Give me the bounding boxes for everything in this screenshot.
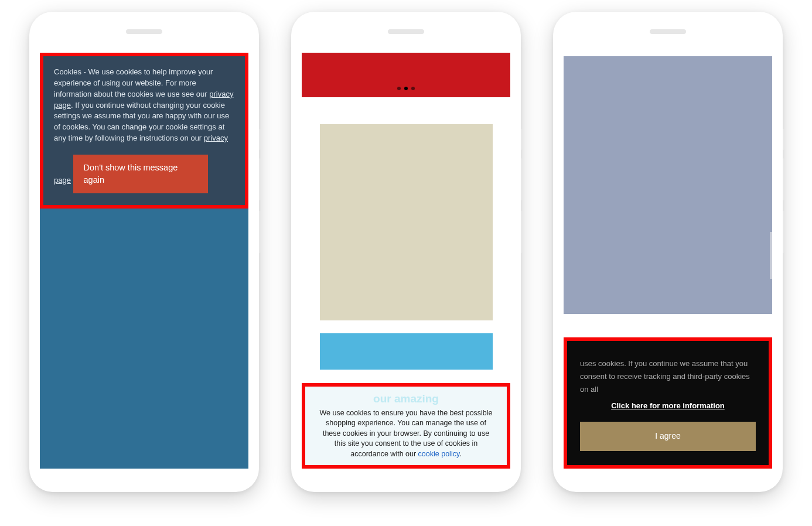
dismiss-cookie-button[interactable]: Don't show this message again	[73, 155, 208, 193]
phone-side-button	[259, 158, 261, 200]
cookie-banner: our amazing We use cookies to ensure you…	[302, 383, 510, 469]
phone-screen: our amazing We use cookies to ensure you…	[302, 53, 510, 469]
carousel-dot[interactable]	[397, 87, 401, 90]
page-body-placeholder	[564, 56, 772, 314]
phone-side-button	[783, 129, 784, 150]
phone-screen: Cookies - We use cookies to help improve…	[40, 53, 248, 469]
cookie-banner: Cookies - We use cookies to help improve…	[40, 53, 248, 209]
carousel-dot[interactable]	[411, 87, 415, 90]
phone-screen: uses cookies. If you continue we assume …	[564, 53, 772, 469]
phone-side-button	[783, 211, 784, 253]
page-header-placeholder	[302, 53, 510, 101]
cookie-banner: uses cookies. If you continue we assume …	[564, 337, 772, 469]
phone-mockup-1: Cookies - We use cookies to help improve…	[29, 12, 259, 492]
phone-speaker	[388, 29, 424, 34]
cookie-banner-text: Cookies - We use cookies to help improve…	[54, 67, 213, 98]
phone-side-button	[521, 129, 523, 150]
phone-side-button	[521, 211, 523, 253]
phone-side-button	[259, 211, 261, 253]
phone-mockup-2: our amazing We use cookies to ensure you…	[291, 12, 521, 492]
agree-button[interactable]: I agree	[580, 422, 756, 451]
carousel-dot[interactable]	[404, 87, 408, 90]
cookie-banner-text: . If you continue without changing your …	[54, 101, 229, 143]
content-block-placeholder	[320, 124, 493, 320]
page-body-placeholder	[40, 209, 248, 469]
phone-side-button	[259, 129, 261, 150]
cookie-banner-text: We use cookies to ensure you have the be…	[319, 409, 492, 458]
content-block-placeholder	[320, 333, 493, 370]
phone-speaker	[650, 29, 686, 34]
background-text: our amazing	[318, 391, 494, 407]
phone-side-button	[783, 158, 784, 200]
cookie-banner-text: uses cookies. If you continue we assume …	[580, 357, 756, 396]
cookie-banner-text: .	[459, 450, 461, 458]
carousel-dots	[397, 87, 415, 90]
cookie-policy-link[interactable]: cookie policy	[418, 450, 460, 458]
phone-speaker	[126, 29, 162, 34]
phone-side-button	[521, 158, 523, 200]
phone-mockup-3: uses cookies. If you continue we assume …	[553, 12, 783, 492]
more-information-link[interactable]: Click here for more information	[580, 399, 756, 412]
